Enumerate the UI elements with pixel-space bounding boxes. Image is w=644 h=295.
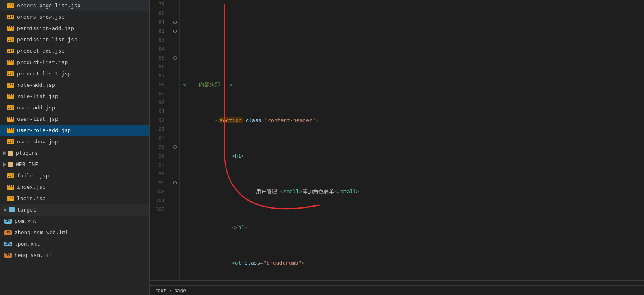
folder-webinf[interactable]: WEB-INF xyxy=(0,159,149,170)
breadcrumb-page: page xyxy=(174,288,186,293)
jsp-icon: JSP xyxy=(6,82,15,88)
code-line-84: </h1> xyxy=(183,223,641,232)
fold-marker[interactable] xyxy=(173,21,177,24)
file-role-add[interactable]: JSP role-add.jsp xyxy=(0,79,149,91)
file-name: product-list.jsp xyxy=(17,58,68,67)
file-name: product-list1.jsp xyxy=(17,69,71,78)
fold-marker[interactable] xyxy=(173,145,177,149)
iml-icon: IML xyxy=(4,252,12,259)
folder-icon xyxy=(8,162,13,167)
jsp-icon: JSP xyxy=(6,93,15,100)
annotation-curve xyxy=(180,0,644,280)
file-name: permission-list.jsp xyxy=(17,35,77,44)
file-pom-xml[interactable]: XML pom.xml xyxy=(0,216,149,227)
xml-icon: XML xyxy=(4,218,12,224)
folder-icon xyxy=(8,151,13,156)
file-name: user-list.jsp xyxy=(17,115,58,124)
jsp-icon: JSP xyxy=(6,173,15,179)
gutter xyxy=(170,0,180,280)
fold-marker[interactable] xyxy=(173,30,177,33)
file-user-show[interactable]: JSP user-show.jsp xyxy=(0,136,149,148)
file-name: zheng_ssm_web.iml xyxy=(15,228,68,237)
file-name: user-show.jsp xyxy=(17,137,58,146)
file-user-add[interactable]: JSP user-add.jsp xyxy=(0,102,149,113)
folder-plugins[interactable]: plugins xyxy=(0,148,149,159)
file-permission-list[interactable]: JSP permission-list.jsp xyxy=(0,34,149,45)
file-name: orders-show.jsp xyxy=(17,13,64,21)
file-name: heng_ssm.iml xyxy=(15,251,53,260)
file-dot-pom[interactable]: XML .pom.xml xyxy=(0,238,149,250)
file-failer[interactable]: JSP failer.jsp xyxy=(0,170,149,182)
file-permission-add[interactable]: JSP permission-add.jsp xyxy=(0,23,149,34)
folder-name: plugins xyxy=(16,149,38,158)
collapse-icon xyxy=(3,162,6,167)
file-name: product-add.jsp xyxy=(17,47,64,56)
file-product-add[interactable]: JSP product-add.jsp xyxy=(0,45,149,57)
file-user-list[interactable]: JSP user-list.jsp xyxy=(0,113,149,125)
file-name: index.jsp xyxy=(17,183,45,192)
file-name: pom.xml xyxy=(15,217,37,226)
horizontal-scrollbar[interactable] xyxy=(150,280,644,285)
jsp-icon: JSP xyxy=(6,48,15,54)
code-line-83: 用户管理 <small>添加角色表单</small> xyxy=(183,187,641,196)
code-line-85: <ol class="breadcrumb"> xyxy=(183,259,641,267)
jsp-icon: JSP xyxy=(6,116,15,122)
jsp-icon: JSP xyxy=(6,59,15,66)
code-area[interactable]: 79 80 81 82 83 84 85 86 87 88 89 90 91 9… xyxy=(150,0,644,280)
jsp-icon: JSP xyxy=(6,25,15,32)
file-role-list[interactable]: JSP role-list.jsp xyxy=(0,91,149,102)
file-orders-page-list[interactable]: JSP orders-page-list.jsp xyxy=(0,0,149,11)
file-name: orders-page-list.jsp xyxy=(17,1,81,10)
file-name: role-add.jsp xyxy=(17,81,55,90)
file-heng-iml[interactable]: IML heng_ssm.iml xyxy=(0,250,149,261)
jsp-icon: JSP xyxy=(6,139,15,145)
breadcrumb-text: root xyxy=(155,288,166,293)
collapse-icon xyxy=(3,151,6,155)
editor-breadcrumb: root › page xyxy=(150,285,644,295)
fold-marker[interactable] xyxy=(173,181,177,184)
file-orders-show[interactable]: JSP orders-show.jsp xyxy=(0,11,149,23)
jsp-icon: JSP xyxy=(6,36,15,43)
file-product-list1[interactable]: JSP product-list1.jsp xyxy=(0,68,149,79)
line-numbers: 79 80 81 82 83 84 85 86 87 88 89 90 91 9… xyxy=(150,0,170,280)
code-line-82: <h1> xyxy=(183,152,641,160)
file-name: user-role-add.jsp xyxy=(17,126,71,135)
file-name: user-add.jsp xyxy=(17,103,55,112)
jsp-icon: JSP xyxy=(6,2,15,9)
folder-name: WEB-INF xyxy=(16,160,38,169)
expand-icon xyxy=(3,209,7,212)
jsp-icon: JSP xyxy=(6,71,15,77)
file-product-list[interactable]: JSP product-list.jsp xyxy=(0,57,149,68)
file-user-role-add[interactable]: JSP user-role-add.jsp xyxy=(0,125,149,136)
file-name: failer.jsp xyxy=(17,171,49,180)
file-name: permission-add.jsp xyxy=(17,24,74,33)
folder-icon xyxy=(9,207,15,212)
code-line-80: <!-- 内容头部 --> xyxy=(183,80,641,89)
code-line-79 xyxy=(183,45,641,53)
code-content[interactable]: <!-- 内容头部 --> <section class="content-he… xyxy=(180,0,644,280)
fold-marker[interactable] xyxy=(173,56,177,60)
folder-name: target xyxy=(17,205,36,214)
code-editor: 79 80 81 82 83 84 85 86 87 88 89 90 91 9… xyxy=(150,0,644,295)
xml-icon: XML xyxy=(4,241,12,247)
code-line-81: <section class="content-header"> xyxy=(183,116,641,125)
file-name: .pom.xml xyxy=(15,239,40,248)
jsp-icon: JSP xyxy=(6,14,15,20)
iml-icon: IML xyxy=(4,229,12,236)
file-name: role-list.jsp xyxy=(17,92,58,101)
file-zheng-iml[interactable]: IML zheng_ssm_web.iml xyxy=(0,227,149,238)
jsp-icon: JSP xyxy=(6,105,15,111)
sidebar: JSP orders-page-list.jsp JSP orders-show… xyxy=(0,0,150,295)
file-login[interactable]: JSP login.jsp xyxy=(0,193,149,204)
jsp-icon: JSP xyxy=(6,127,15,134)
file-index[interactable]: JSP index.jsp xyxy=(0,182,149,193)
file-name: login.jsp xyxy=(17,194,45,203)
folder-target[interactable]: target xyxy=(0,204,149,216)
jsp-icon: JSP xyxy=(6,195,15,202)
jsp-icon: JSP xyxy=(6,184,15,190)
